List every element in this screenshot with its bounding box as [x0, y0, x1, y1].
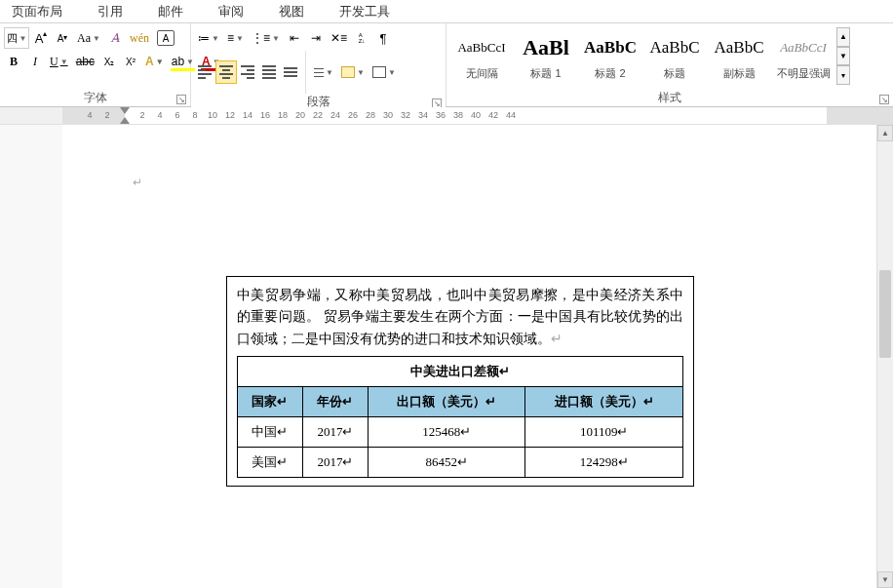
- ruler-tick: 38: [453, 110, 463, 120]
- decrease-indent-button[interactable]: ⇤: [285, 27, 304, 49]
- align-left-button[interactable]: [195, 61, 214, 83]
- ruler-tick: 44: [506, 110, 516, 120]
- style-item-3[interactable]: AaBbC标题: [643, 27, 706, 82]
- shading-button[interactable]: ▼: [338, 61, 368, 83]
- change-case-button[interactable]: Aa▼: [74, 27, 103, 49]
- ruler-tick: 6: [175, 110, 179, 120]
- menu-references[interactable]: 引用: [80, 3, 140, 20]
- bold-button[interactable]: B: [4, 51, 23, 72]
- ruler-tick: 4: [157, 110, 162, 120]
- increase-indent-button[interactable]: ⇥: [306, 27, 326, 49]
- ruler-tick: 2: [104, 110, 109, 120]
- line-spacing-button[interactable]: ▼: [311, 61, 336, 83]
- ruler-tick: 18: [278, 110, 288, 120]
- ruler-tick: 24: [330, 110, 340, 120]
- style-name: 不明显强调: [777, 66, 831, 81]
- group-font: 四▼ A A Aa▼ A̶ wén A B I U▼ abc X₂ X² A▼ …: [0, 23, 191, 106]
- styles-scroll: ▲▼▾: [836, 27, 850, 85]
- borders-button[interactable]: ▼: [369, 61, 399, 83]
- align-center-button[interactable]: [216, 61, 236, 83]
- styles-dialog-launcher[interactable]: ↘: [879, 95, 889, 104]
- ruler-tick: 4: [87, 110, 92, 120]
- text-direction-button[interactable]: ✕≡: [328, 27, 350, 49]
- italic-button[interactable]: I: [25, 51, 45, 72]
- font-dialog-launcher[interactable]: ↘: [176, 95, 186, 104]
- clear-format-button[interactable]: A̶: [105, 27, 125, 49]
- style-preview: AaBbC: [715, 28, 764, 66]
- shrink-font-button[interactable]: A: [53, 27, 72, 49]
- ruler-tick: 22: [313, 110, 323, 120]
- menu-developer[interactable]: 开发工具: [322, 3, 408, 20]
- sort-button[interactable]: AZ↓: [352, 27, 371, 49]
- ruler-tick: 2: [139, 110, 144, 120]
- styles-scroll-down[interactable]: ▼: [836, 47, 850, 66]
- grow-font-button[interactable]: A: [31, 27, 51, 49]
- ruler-tick: 36: [436, 110, 446, 120]
- ruler-tick: 14: [243, 110, 252, 120]
- show-marks-button[interactable]: ¶: [373, 27, 393, 49]
- number-list-button[interactable]: ≡▼: [224, 27, 247, 49]
- phonetic-guide-button[interactable]: wén: [127, 27, 152, 49]
- ruler-tick: 30: [383, 110, 393, 120]
- superscript-button[interactable]: X²: [121, 51, 140, 72]
- style-preview: AaBbC: [584, 28, 637, 66]
- text-effect-button[interactable]: A▼: [142, 51, 167, 72]
- style-preview: AaBbCcI: [457, 28, 505, 66]
- group-styles-label: 样式↘: [446, 89, 893, 106]
- align-distribute-button[interactable]: [281, 61, 300, 83]
- ruler-tick: 34: [418, 110, 428, 120]
- style-name: 标题 1: [530, 66, 561, 81]
- ruler-tick: 8: [192, 110, 197, 120]
- menu-view[interactable]: 视图: [261, 3, 322, 20]
- style-item-0[interactable]: AaBbCcI无间隔: [450, 27, 513, 82]
- ruler-tick: 16: [260, 110, 270, 120]
- underline-button[interactable]: U▼: [47, 51, 71, 72]
- ruler-area: 4224681012141618202224262830323436384042…: [0, 107, 893, 125]
- align-right-button[interactable]: [238, 61, 257, 83]
- style-preview: AaBl: [523, 28, 569, 66]
- highlight-button[interactable]: ab▼: [169, 51, 197, 72]
- style-name: 无间隔: [466, 66, 498, 81]
- styles-gallery: AaBbCcI无间隔AaBl标题 1AaBbC标题 2AaBbC标题AaBbC副…: [446, 23, 893, 89]
- style-item-4[interactable]: AaBbC副标题: [708, 27, 770, 82]
- style-name: 副标题: [723, 66, 756, 81]
- left-indent-icon[interactable]: [120, 117, 130, 124]
- style-item-2[interactable]: AaBbC标题 2: [579, 27, 641, 82]
- style-item-5[interactable]: AaBbCcI不明显强调: [772, 27, 835, 82]
- style-name: 标题: [664, 66, 685, 81]
- horizontal-ruler[interactable]: 4224681012141618202224262830323436384042…: [62, 107, 893, 124]
- first-line-indent-icon[interactable]: [120, 107, 130, 114]
- ruler-tick: 32: [401, 110, 410, 120]
- ruler-tick: 26: [348, 110, 358, 120]
- strikethrough-button[interactable]: abc: [73, 51, 97, 72]
- subscript-button[interactable]: X₂: [99, 51, 119, 72]
- ruler-tick: 40: [471, 110, 481, 120]
- ruler-tick: 12: [225, 110, 235, 120]
- font-size-combo[interactable]: 四▼: [4, 27, 29, 49]
- group-paragraph: ≔▼ ≡▼ ⋮≡▼ ⇤ ⇥ ✕≡ AZ↓ ¶ ▼ ▼: [191, 23, 446, 106]
- bullet-list-button[interactable]: ≔▼: [195, 27, 222, 49]
- multilevel-list-button[interactable]: ⋮≡▼: [249, 27, 283, 49]
- ruler-tick: 10: [208, 110, 217, 120]
- ruler-tick: 42: [488, 110, 498, 120]
- style-item-1[interactable]: AaBl标题 1: [515, 27, 577, 82]
- align-justify-button[interactable]: [259, 61, 279, 83]
- ruler-tick: 28: [366, 110, 375, 120]
- style-name: 标题 2: [595, 66, 625, 81]
- style-preview: AaBbC: [650, 28, 700, 66]
- menu-mail[interactable]: 邮件: [140, 3, 201, 20]
- menu-layout[interactable]: 页面布局: [8, 3, 80, 20]
- ribbon: 四▼ A A Aa▼ A̶ wén A B I U▼ abc X₂ X² A▼ …: [0, 23, 893, 107]
- group-styles: AaBbCcI无间隔AaBl标题 1AaBbC标题 2AaBbC标题AaBbC副…: [446, 23, 893, 106]
- ruler-tick: 20: [295, 110, 305, 120]
- styles-expand[interactable]: ▾: [836, 65, 850, 85]
- menu-review[interactable]: 审阅: [201, 3, 261, 20]
- group-font-label: 字体↘: [0, 89, 190, 106]
- enclose-char-button[interactable]: A: [154, 27, 177, 49]
- styles-scroll-up[interactable]: ▲: [836, 27, 850, 47]
- style-preview: AaBbCcI: [780, 28, 827, 66]
- menu-bar: 页面布局 引用 邮件 审阅 视图 开发工具: [0, 0, 893, 23]
